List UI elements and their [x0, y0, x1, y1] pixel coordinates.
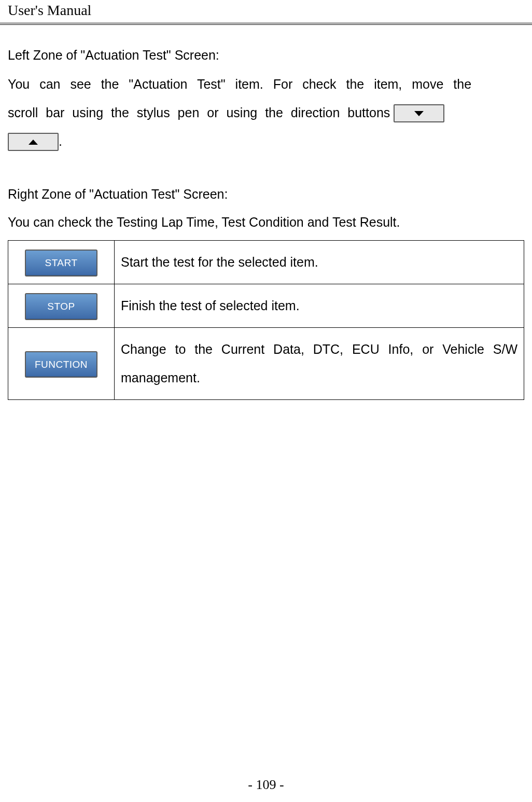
page-footer: - 109 - — [0, 777, 532, 793]
left-zone-section: Left Zone of "Actuation Test" Screen: Yo… — [8, 42, 524, 156]
table-row: START Start the test for the selected it… — [8, 240, 524, 284]
chevron-up-icon — [29, 140, 38, 145]
stop-button-cell: STOP — [8, 284, 115, 327]
right-zone-paragraph: You can check the Testing Lap Time, Test… — [8, 209, 524, 236]
direction-down-button[interactable] — [394, 104, 444, 122]
start-description: Start the test for the selected item. — [115, 240, 524, 284]
left-zone-heading: Left Zone of "Actuation Test" Screen: — [8, 42, 524, 69]
stop-button[interactable]: STOP — [25, 293, 97, 320]
left-zone-paragraph: You can see the "Actuation Test" item. F… — [8, 70, 524, 156]
direction-up-button[interactable] — [8, 133, 59, 151]
left-zone-text-line1: You can see the "Actuation Test" item. F… — [8, 77, 471, 91]
function-button-cell: FUNCTION — [8, 327, 115, 399]
start-button[interactable]: START — [25, 250, 97, 276]
stop-description: Finish the test of selected item. — [115, 284, 524, 327]
chevron-down-icon — [414, 111, 424, 116]
table-row: STOP Finish the test of selected item. — [8, 284, 524, 327]
main-content: Left Zone of "Actuation Test" Screen: Yo… — [0, 25, 532, 400]
function-description: Change to the Current Data, DTC, ECU Inf… — [115, 327, 524, 399]
left-zone-period: . — [59, 134, 62, 148]
page-header: User's Manual — [0, 0, 532, 25]
table-row: FUNCTION Change to the Current Data, DTC… — [8, 327, 524, 399]
buttons-table: START Start the test for the selected it… — [8, 240, 524, 400]
function-button[interactable]: FUNCTION — [25, 351, 97, 378]
section-spacer — [8, 156, 524, 179]
page-number: - 109 - — [248, 777, 284, 792]
header-title: User's Manual — [8, 2, 91, 18]
button-description-table: START Start the test for the selected it… — [8, 240, 524, 400]
start-button-cell: START — [8, 240, 115, 284]
left-zone-text-line2: scroll bar using the stylus pen or using… — [8, 105, 390, 120]
right-zone-section: Right Zone of "Actuation Test" Screen: Y… — [8, 181, 524, 236]
right-zone-heading: Right Zone of "Actuation Test" Screen: — [8, 181, 524, 208]
